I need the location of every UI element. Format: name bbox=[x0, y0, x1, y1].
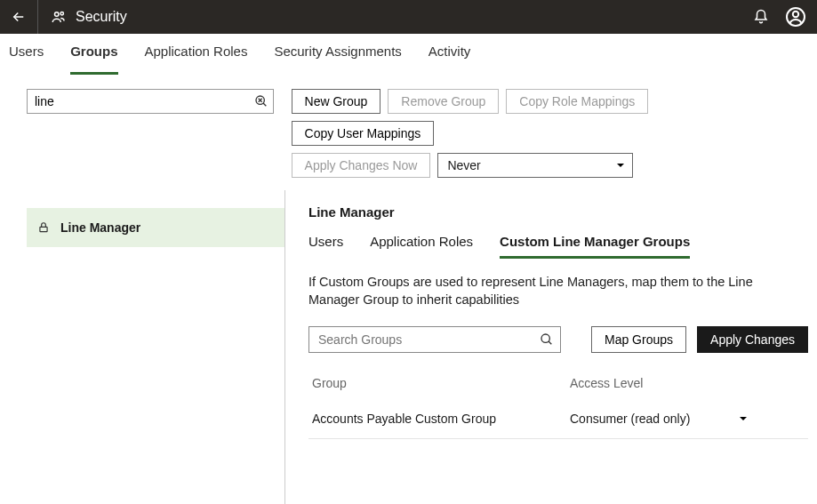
new-group-button[interactable]: New Group bbox=[292, 89, 381, 114]
app-header: Security bbox=[0, 0, 817, 34]
col-header-group: Group bbox=[312, 376, 570, 390]
svg-point-0 bbox=[55, 12, 60, 17]
subtab-users[interactable]: Users bbox=[308, 234, 343, 259]
group-search bbox=[27, 89, 274, 114]
clear-search-icon[interactable] bbox=[254, 94, 268, 108]
user-avatar-icon[interactable] bbox=[785, 6, 806, 28]
col-header-access: Access Level bbox=[570, 376, 805, 390]
tab-security-assignments[interactable]: Security Assignments bbox=[274, 34, 401, 75]
search-groups bbox=[308, 326, 561, 353]
toolbar: New Group Remove Group Copy Role Mapping… bbox=[0, 75, 817, 178]
detail-pane: Line Manager Users Application Roles Cus… bbox=[294, 190, 817, 504]
copy-role-mappings-button: Copy Role Mappings bbox=[506, 89, 648, 114]
arrow-left-icon bbox=[11, 9, 27, 25]
vertical-divider bbox=[284, 190, 285, 504]
main-area: Line Manager Line Manager Users Applicat… bbox=[0, 190, 817, 504]
group-search-input[interactable] bbox=[27, 89, 274, 114]
search-groups-input[interactable] bbox=[308, 326, 561, 353]
svg-rect-5 bbox=[40, 227, 47, 231]
caret-down-icon bbox=[739, 414, 748, 423]
page-title: Security bbox=[76, 9, 127, 25]
svg-point-6 bbox=[541, 334, 549, 342]
schedule-select[interactable]: Never bbox=[437, 153, 633, 178]
header-right bbox=[753, 6, 806, 28]
lock-icon bbox=[37, 221, 50, 234]
subtab-custom-groups[interactable]: Custom Line Manager Groups bbox=[500, 234, 690, 259]
tab-groups[interactable]: Groups bbox=[70, 34, 117, 75]
map-groups-button[interactable]: Map Groups bbox=[591, 326, 686, 353]
tab-activity[interactable]: Activity bbox=[429, 34, 471, 75]
back-button[interactable] bbox=[11, 0, 38, 34]
tab-application-roles[interactable]: Application Roles bbox=[145, 34, 248, 75]
subtab-application-roles[interactable]: Application Roles bbox=[370, 234, 473, 259]
svg-point-3 bbox=[793, 12, 798, 17]
schedule-select-value: Never bbox=[447, 158, 480, 172]
sidebar-item-label: Line Manager bbox=[60, 220, 140, 235]
cell-group-name: Accounts Payable Custom Group bbox=[312, 412, 570, 426]
detail-toolbar: Map Groups Apply Changes bbox=[308, 326, 808, 353]
detail-description: If Custom Groups are used to represent L… bbox=[308, 274, 806, 308]
copy-user-mappings-button[interactable]: Copy User Mappings bbox=[292, 121, 435, 146]
header-left: Security bbox=[11, 0, 127, 34]
apply-changes-now-button: Apply Changes Now bbox=[292, 153, 431, 178]
apply-changes-button[interactable]: Apply Changes bbox=[697, 326, 808, 353]
svg-point-1 bbox=[60, 12, 63, 15]
sidebar-item-line-manager[interactable]: Line Manager bbox=[27, 208, 284, 247]
search-icon[interactable] bbox=[540, 332, 554, 347]
tab-users[interactable]: Users bbox=[9, 34, 44, 75]
remove-group-button: Remove Group bbox=[388, 89, 499, 114]
access-level-select[interactable]: Consumer (read only) bbox=[570, 412, 748, 426]
caret-down-icon bbox=[616, 161, 625, 170]
sidebar: Line Manager bbox=[0, 190, 284, 504]
bell-icon[interactable] bbox=[753, 9, 769, 25]
detail-title: Line Manager bbox=[308, 204, 808, 220]
grid-header: Group Access Level bbox=[308, 376, 808, 399]
table-row: Accounts Payable Custom Group Consumer (… bbox=[308, 399, 808, 439]
access-level-value: Consumer (read only) bbox=[570, 412, 690, 426]
users-icon bbox=[51, 9, 67, 25]
detail-subtabs: Users Application Roles Custom Line Mana… bbox=[308, 234, 808, 260]
top-tabs: Users Groups Application Roles Security … bbox=[0, 34, 817, 75]
